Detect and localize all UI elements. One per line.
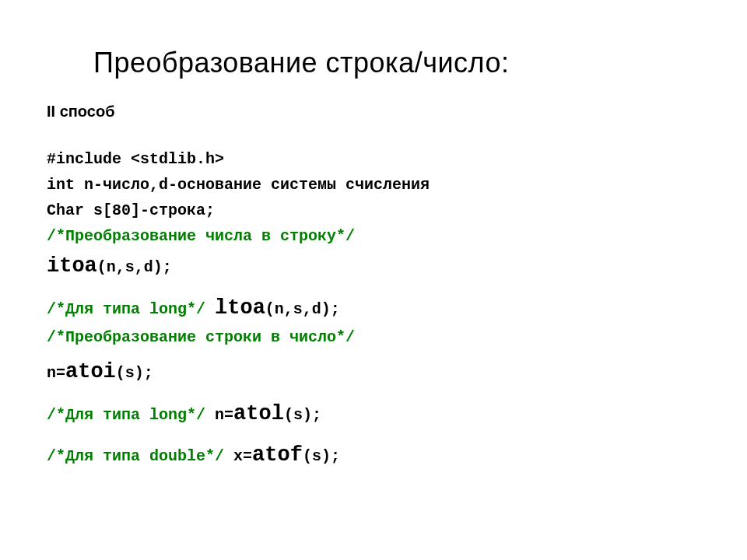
code-vars2: Char s[80]-строка; (47, 199, 700, 222)
comment-long1: /*Для типа long*/ (47, 300, 215, 318)
prefix-atol: n= (215, 406, 233, 424)
code-atof: /*Для типа double*/ x=atof(s); (47, 439, 700, 471)
comment-double: /*Для типа double*/ (47, 447, 233, 465)
args-itoa: (n,s,d); (97, 258, 172, 276)
code-comment1: /*Преобразование числа в строку*/ (47, 225, 700, 248)
subtitle: II способ (47, 103, 700, 121)
fn-atof: atof (252, 443, 303, 467)
prefix-atoi: n= (47, 364, 65, 382)
comment-long2: /*Для типа long*/ (47, 406, 215, 424)
code-ltoa: /*Для типа long*/ ltoa(n,s,d); (47, 292, 700, 324)
slide-title: Преобразование строка/число: (93, 47, 700, 79)
code-comment2: /*Преобразование строки в число*/ (47, 326, 700, 349)
args-atof: (s); (303, 447, 340, 465)
args-atoi: (s); (116, 364, 153, 382)
code-itoa: itoa(n,s,d); (47, 250, 700, 282)
fn-itoa: itoa (47, 254, 97, 278)
prefix-atof: x= (233, 447, 252, 465)
code-atoi: n=atoi(s); (47, 356, 700, 388)
code-vars1: int n-число,d-основание системы счислени… (47, 173, 700, 197)
code-atol: /*Для типа long*/ n=atol(s); (47, 398, 700, 430)
args-ltoa: (n,s,d); (265, 300, 340, 318)
fn-ltoa: ltoa (215, 296, 265, 320)
code-include: #include <stdlib.h> (47, 148, 700, 171)
fn-atoi: atoi (65, 360, 116, 383)
args-atol: (s); (284, 406, 321, 424)
fn-atol: atol (233, 402, 284, 425)
